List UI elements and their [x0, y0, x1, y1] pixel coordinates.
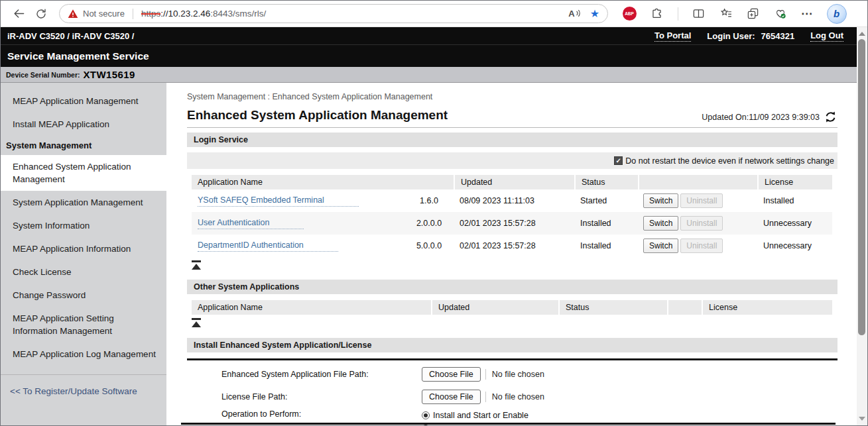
- sidebar-item-meap-application-information[interactable]: MEAP Application Information: [1, 237, 166, 260]
- favorites-icon[interactable]: [719, 7, 733, 20]
- switch-button[interactable]: Switch: [643, 239, 678, 253]
- file-input-divider: [485, 392, 486, 402]
- scroll-to-top-icon[interactable]: [192, 260, 201, 270]
- page-title: Enhanced System Application Management: [187, 107, 448, 123]
- application-status: Installed: [574, 219, 638, 228]
- application-version: 1.6.0: [412, 196, 454, 205]
- sidebar-group-system-management: System Management: [1, 136, 166, 155]
- header-application-name: Application Name: [192, 175, 454, 189]
- service-title-bar: Service Management Service: [1, 44, 857, 67]
- read-aloud-icon[interactable]: A: [568, 9, 580, 19]
- url-scheme: https: [141, 9, 160, 19]
- address-bar[interactable]: Not secure https://10.23.2.46:8443/sms/r…: [59, 4, 608, 23]
- uninstall-button[interactable]: Uninstall: [680, 239, 723, 253]
- not-secure-label[interactable]: Not secure: [83, 9, 125, 19]
- sidebar-divider: [1, 374, 166, 375]
- browser-essentials-icon[interactable]: [774, 7, 787, 20]
- application-license: Installed: [757, 196, 832, 205]
- logout-link[interactable]: Log Out: [810, 30, 843, 42]
- application-updated: 02/01 2023 15:57:28: [454, 241, 574, 250]
- switch-button[interactable]: Switch: [643, 216, 678, 231]
- restart-checkbox[interactable]: ✓: [614, 156, 623, 165]
- to-portal-link[interactable]: To Portal: [654, 30, 691, 42]
- scrollbar-thumb[interactable]: [858, 39, 865, 335]
- uninstall-button[interactable]: Uninstall: [680, 216, 723, 231]
- serial-value: XTW15619: [83, 69, 135, 80]
- other-applications-table: Application Name Updated Status License: [192, 300, 832, 315]
- login-user-label: Login User:: [707, 31, 755, 41]
- login-user: Login User:7654321: [707, 31, 794, 41]
- browser-window: Not secure https://10.23.2.46:8443/sms/r…: [0, 0, 868, 426]
- page-area: iR-ADV C3520 / iR-ADV C3520 / To Portal …: [1, 27, 867, 425]
- url-divider: [133, 9, 133, 19]
- sidebar-item-system-information[interactable]: System Information: [1, 214, 166, 237]
- updated-on-label: Updated On:11/09 2023 9:39:03: [702, 113, 820, 122]
- scroll-to-top-icon[interactable]: [192, 318, 201, 327]
- settings-more-icon[interactable]: ⋯: [801, 7, 812, 21]
- sidebar-item-enhanced-system-application-management[interactable]: Enhanced System Application Management: [1, 155, 166, 191]
- adblock-abp-icon[interactable]: ABP: [623, 7, 637, 21]
- sidebar-item-install-meap-application[interactable]: Install MEAP Application: [1, 113, 166, 136]
- application-link[interactable]: User Authentication: [198, 218, 304, 229]
- uninstall-button[interactable]: Uninstall: [680, 193, 723, 208]
- checkmark-icon: ✓: [616, 158, 621, 164]
- extensions-icon[interactable]: [651, 7, 663, 20]
- collections-icon[interactable]: [747, 7, 759, 20]
- back-button[interactable]: [7, 4, 30, 24]
- serial-label: Device Serial Number:: [6, 71, 80, 79]
- header-status: Status: [558, 300, 667, 315]
- switch-button[interactable]: Switch: [643, 193, 678, 208]
- serial-bar: Device Serial Number: XTW15619: [1, 67, 857, 83]
- main-content: System Management : Enhanced System Appl…: [166, 83, 857, 425]
- radio-only-install[interactable]: [422, 425, 430, 425]
- license-file-path-label: License File Path:: [221, 392, 422, 401]
- url-text[interactable]: https://10.23.2.46:8443/sms/rls/: [141, 9, 266, 19]
- sidebar-item-meap-application-setting-information-management[interactable]: MEAP Application Setting Information Man…: [1, 307, 166, 343]
- url-separator: ://: [160, 9, 168, 19]
- device-title: iR-ADV C3520 / iR-ADV C3520 /: [7, 31, 134, 41]
- scrollbar-down-arrow[interactable]: [859, 417, 865, 421]
- application-link[interactable]: DepartmentID Authentication: [198, 240, 338, 252]
- application-row-user-authentication: User Authentication 2.0.0.0 02/01 2023 1…: [192, 212, 832, 235]
- form-top-border: [187, 358, 837, 360]
- scrollbar-up-arrow[interactable]: [859, 32, 865, 36]
- back-arrow-icon: [13, 7, 25, 20]
- to-register-update-software-link[interactable]: << To Register/Update Software: [1, 381, 166, 401]
- sidebar-item-check-license[interactable]: Check License: [1, 260, 166, 284]
- favorite-star-icon[interactable]: ★: [590, 9, 599, 19]
- sidebar-item-meap-application-management[interactable]: MEAP Application Management: [1, 89, 166, 113]
- other-applications-table-header: Application Name Updated Status License: [192, 300, 832, 315]
- split-screen-icon[interactable]: [692, 7, 705, 20]
- browser-toolbar: Not secure https://10.23.2.46:8443/sms/r…: [1, 1, 867, 27]
- header-license: License: [757, 175, 832, 189]
- application-status: Started: [574, 196, 638, 205]
- header-updated: Updated: [454, 175, 574, 189]
- application-updated: 08/09 2023 11:11:03: [454, 196, 574, 205]
- section-other-system-applications: Other System Applications: [187, 280, 837, 294]
- page-scrollbar[interactable]: [857, 27, 867, 425]
- update-refresh-icon[interactable]: [824, 111, 837, 123]
- service-title: Service Management Service: [7, 50, 149, 62]
- application-license: Unnecessary: [757, 219, 832, 228]
- application-link[interactable]: YSoft SAFEQ Embedded Terminal: [198, 195, 359, 207]
- app-file-path-label: Enhanced System Application File Path:: [221, 370, 422, 379]
- restart-checkbox-row: ✓ Do not restart the device even if netw…: [187, 152, 837, 169]
- sidebar-item-meap-application-log-management[interactable]: MEAP Application Log Management: [1, 343, 166, 366]
- application-license: Unnecessary: [757, 241, 832, 250]
- choose-file-button[interactable]: Choose File: [422, 367, 481, 382]
- url-path: :8443/sms/rls/: [210, 9, 266, 19]
- not-secure-warning-icon: [68, 9, 78, 19]
- copilot-icon[interactable]: b: [827, 4, 847, 24]
- refresh-button[interactable]: [30, 4, 52, 24]
- header-actions: [667, 300, 702, 315]
- application-version: 5.0.0.0: [412, 241, 454, 250]
- sidebar-item-system-application-management[interactable]: System Application Management: [1, 191, 166, 214]
- page-inner: iR-ADV C3520 / iR-ADV C3520 / To Portal …: [1, 27, 857, 425]
- header-actions: [638, 175, 757, 189]
- breadcrumb: System Management : Enhanced System Appl…: [187, 92, 837, 101]
- sidebar-item-change-password[interactable]: Change Password: [1, 284, 166, 307]
- radio-install-and-start[interactable]: [422, 411, 430, 419]
- application-row-ysoft-safeq: YSoft SAFEQ Embedded Terminal 1.6.0 08/0…: [192, 189, 832, 212]
- radio-install-and-start-label: Install and Start or Enable: [433, 411, 528, 420]
- choose-file-button[interactable]: Choose File: [422, 390, 481, 404]
